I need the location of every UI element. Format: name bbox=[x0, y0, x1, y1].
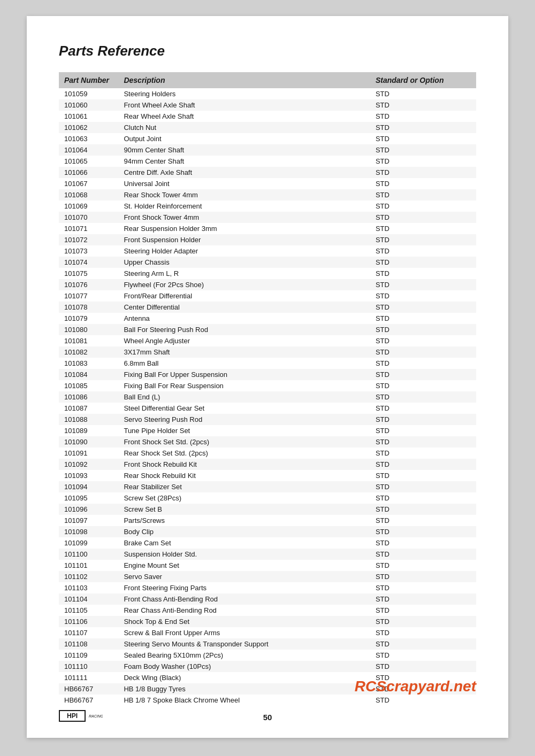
table-row: 101095Screw Set (28Pcs)STD bbox=[59, 492, 476, 504]
table-row: 101077Front/Rear DifferentialSTD bbox=[59, 290, 476, 302]
table-row: 101107Screw & Ball Front Upper ArmsSTD bbox=[59, 627, 476, 638]
cell-part-number: 101111 bbox=[59, 672, 118, 683]
cell-description: HB 1/8 7 Spoke Black Chrome Wheel bbox=[118, 695, 370, 706]
table-row: 101071Rear Suspension Holder 3mmSTD bbox=[59, 223, 476, 234]
cell-standard: STD bbox=[370, 695, 476, 706]
cell-standard: STD bbox=[370, 638, 476, 650]
table-row: 101070Front Shock Tower 4mmSTD bbox=[59, 212, 476, 223]
cell-part-number: 101105 bbox=[59, 605, 118, 616]
cell-standard: STD bbox=[370, 627, 476, 638]
cell-part-number: 101074 bbox=[59, 257, 118, 268]
cell-description: Center Differential bbox=[118, 302, 370, 313]
cell-description: Steering Holders bbox=[118, 88, 370, 99]
svg-text:HPI: HPI bbox=[67, 712, 78, 720]
table-row: 101074Upper ChassisSTD bbox=[59, 257, 476, 268]
cell-part-number: 101072 bbox=[59, 234, 118, 245]
table-row: 101096Screw Set BSTD bbox=[59, 504, 476, 515]
table-row: 101106Shock Top & End SetSTD bbox=[59, 616, 476, 627]
header-description: Description bbox=[118, 72, 370, 88]
cell-description: 90mm Center Shaft bbox=[118, 144, 370, 156]
table-row: 101059Steering HoldersSTD bbox=[59, 88, 476, 99]
cell-description: Universal Joint bbox=[118, 178, 370, 189]
table-row: 101110Foam Body Washer (10Pcs)STD bbox=[59, 661, 476, 672]
cell-part-number: 101077 bbox=[59, 290, 118, 302]
cell-standard: STD bbox=[370, 391, 476, 403]
cell-standard: STD bbox=[370, 178, 476, 189]
table-row: 101108Steering Servo Mounts & Transponde… bbox=[59, 638, 476, 650]
cell-part-number: 101083 bbox=[59, 358, 118, 369]
cell-standard: STD bbox=[370, 122, 476, 133]
cell-part-number: 101073 bbox=[59, 245, 118, 257]
cell-part-number: 101081 bbox=[59, 335, 118, 346]
cell-part-number: 101104 bbox=[59, 593, 118, 605]
cell-part-number: 101062 bbox=[59, 122, 118, 133]
cell-description: Sealed Bearing 5X10mm (2Pcs) bbox=[118, 650, 370, 661]
cell-part-number: 101107 bbox=[59, 627, 118, 638]
cell-standard: STD bbox=[370, 403, 476, 414]
table-row: 101078Center DifferentialSTD bbox=[59, 302, 476, 313]
cell-description: Steel Differential Gear Set bbox=[118, 403, 370, 414]
table-row: 101085Fixing Ball For Rear SuspensionSTD bbox=[59, 380, 476, 391]
cell-standard: STD bbox=[370, 616, 476, 627]
cell-description: Fixing Ball For Upper Suspension bbox=[118, 369, 370, 380]
cell-description: Antenna bbox=[118, 313, 370, 324]
cell-description: HB 1/8 Buggy Tyres bbox=[118, 683, 370, 695]
table-row: 101094Rear Stabilizer SetSTD bbox=[59, 481, 476, 492]
cell-standard: STD bbox=[370, 549, 476, 560]
cell-part-number: 101070 bbox=[59, 212, 118, 223]
cell-description: Centre Diff. Axle Shaft bbox=[118, 167, 370, 178]
table-row: 101063Output JointSTD bbox=[59, 133, 476, 144]
cell-description: Parts/Screws bbox=[118, 515, 370, 526]
cell-part-number: 101089 bbox=[59, 425, 118, 436]
cell-part-number: 101093 bbox=[59, 470, 118, 481]
cell-part-number: 101087 bbox=[59, 403, 118, 414]
cell-part-number: 101084 bbox=[59, 369, 118, 380]
table-row: 101068Rear Shock Tower 4mmSTD bbox=[59, 189, 476, 200]
cell-part-number: 101100 bbox=[59, 549, 118, 560]
cell-part-number: 101080 bbox=[59, 324, 118, 335]
cell-description: Front Steering Fixing Parts bbox=[118, 582, 370, 593]
cell-part-number: 101063 bbox=[59, 133, 118, 144]
cell-standard: STD bbox=[370, 436, 476, 448]
cell-standard: STD bbox=[370, 200, 476, 212]
table-row: HB66767HB 1/8 7 Spoke Black Chrome Wheel… bbox=[59, 695, 476, 706]
page: Parts Reference Part Number Description … bbox=[27, 16, 508, 738]
table-row: 10106490mm Center ShaftSTD bbox=[59, 144, 476, 156]
table-row: 1010823X17mm ShaftSTD bbox=[59, 346, 476, 358]
cell-description: Output Joint bbox=[118, 133, 370, 144]
header-part-number: Part Number bbox=[59, 72, 118, 88]
cell-part-number: 101079 bbox=[59, 313, 118, 324]
cell-standard: STD bbox=[370, 582, 476, 593]
racing-logo-icon: RACING bbox=[88, 710, 103, 722]
cell-description: Deck Wing (Black) bbox=[118, 672, 370, 683]
table-row: 101088Servo Steering Push RodSTD bbox=[59, 414, 476, 425]
cell-description: Brake Cam Set bbox=[118, 537, 370, 549]
cell-part-number: 101060 bbox=[59, 99, 118, 111]
cell-standard: STD bbox=[370, 380, 476, 391]
cell-description: Steering Arm L, R bbox=[118, 268, 370, 279]
cell-part-number: 101071 bbox=[59, 223, 118, 234]
watermark: RCScrapyard.net bbox=[355, 678, 476, 695]
table-row: 101069St. Holder ReinforcementSTD bbox=[59, 200, 476, 212]
cell-description: Front Shock Rebuild Kit bbox=[118, 459, 370, 470]
cell-description: Rear Shock Set Std. (2pcs) bbox=[118, 448, 370, 459]
cell-description: Front Shock Tower 4mm bbox=[118, 212, 370, 223]
table-row: 101081Wheel Angle AdjusterSTD bbox=[59, 335, 476, 346]
table-row: 101091Rear Shock Set Std. (2pcs)STD bbox=[59, 448, 476, 459]
cell-description: Servo Steering Push Rod bbox=[118, 414, 370, 425]
table-row: 10106594mm Center ShaftSTD bbox=[59, 156, 476, 167]
cell-standard: STD bbox=[370, 358, 476, 369]
cell-standard: STD bbox=[370, 369, 476, 380]
cell-standard: STD bbox=[370, 324, 476, 335]
table-row: 101079AntennaSTD bbox=[59, 313, 476, 324]
hpi-logo-icon: HPI bbox=[59, 710, 86, 722]
cell-description: Rear Wheel Axle Shaft bbox=[118, 111, 370, 122]
cell-part-number: 101059 bbox=[59, 88, 118, 99]
cell-description: Wheel Angle Adjuster bbox=[118, 335, 370, 346]
cell-part-number: 101103 bbox=[59, 582, 118, 593]
table-row: 101086Ball End (L)STD bbox=[59, 391, 476, 403]
table-row: 101075Steering Arm L, RSTD bbox=[59, 268, 476, 279]
cell-description: Front Shock Set Std. (2pcs) bbox=[118, 436, 370, 448]
cell-standard: STD bbox=[370, 346, 476, 358]
cell-part-number: 101078 bbox=[59, 302, 118, 313]
